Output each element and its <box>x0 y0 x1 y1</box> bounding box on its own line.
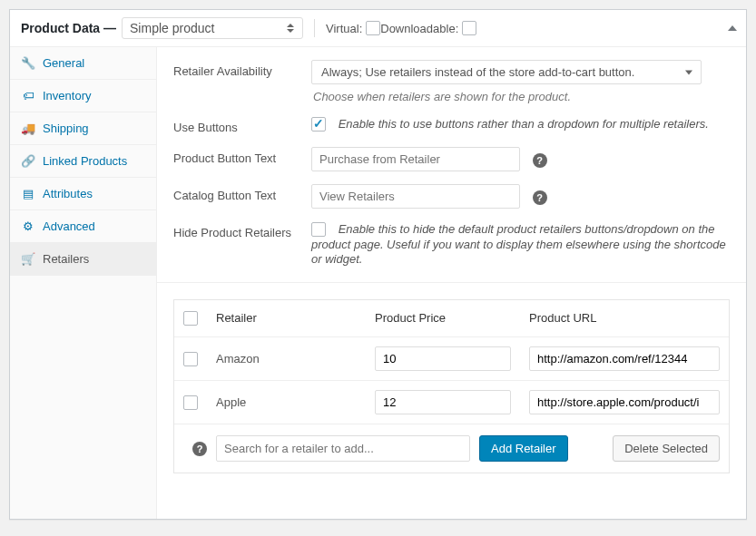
row-checkbox[interactable] <box>183 395 198 410</box>
col-price: Product Price <box>366 300 520 337</box>
cart-icon: 🛒 <box>21 252 35 266</box>
retailer-name: Amazon <box>207 337 366 381</box>
tag-icon: 🏷 <box>21 89 35 102</box>
gear-icon: ⚙ <box>21 219 35 233</box>
catalog-button-input[interactable] <box>311 184 520 209</box>
retailers-footer: ? Add Retailer Delete Selected <box>174 424 729 473</box>
help-icon[interactable]: ? <box>533 190 547 205</box>
url-input[interactable] <box>529 390 720 414</box>
table-row: Apple <box>174 381 729 424</box>
sidebar-item-label: Attributes <box>43 187 93 200</box>
sidebar-item-shipping[interactable]: 🚚 Shipping <box>10 112 156 145</box>
col-url: Product URL <box>520 300 729 337</box>
url-input[interactable] <box>529 346 720 371</box>
collapse-icon[interactable] <box>728 25 737 31</box>
link-icon: 🔗 <box>21 154 35 168</box>
divider <box>157 282 746 283</box>
retailer-name: Apple <box>207 381 366 424</box>
use-buttons-label: Use Buttons <box>173 116 311 134</box>
virtual-checkbox[interactable] <box>366 21 380 35</box>
hide-retailers-text: Enable this to hide the default product … <box>311 222 726 266</box>
use-buttons-text: Enable this to use buttons rather than a… <box>339 117 709 131</box>
product-button-input[interactable] <box>311 147 520 171</box>
sidebar-item-advanced[interactable]: ⚙ Advanced <box>10 210 156 243</box>
select-all-checkbox[interactable] <box>183 311 198 326</box>
help-icon[interactable]: ? <box>533 153 547 168</box>
add-retailer-button[interactable]: Add Retailer <box>479 435 568 462</box>
sidebar-item-attributes[interactable]: ▤ Attributes <box>10 178 156 210</box>
sidebar-item-label: General <box>43 56 84 70</box>
sidebar-item-general[interactable]: 🔧 General <box>10 47 156 80</box>
table-row: Amazon <box>174 337 729 381</box>
sidebar-item-label: Linked Products <box>43 154 127 168</box>
downloadable-checkbox[interactable] <box>462 21 476 35</box>
sidebar-item-label: Inventory <box>43 89 91 102</box>
retailer-search-input[interactable] <box>216 435 470 462</box>
price-input[interactable] <box>375 346 511 371</box>
col-retailer: Retailer <box>207 300 366 337</box>
sidebar: 🔧 General 🏷 Inventory 🚚 Shipping 🔗 Linke… <box>10 47 157 519</box>
availability-label: Retailer Availability <box>173 60 311 78</box>
sidebar-item-inventory[interactable]: 🏷 Inventory <box>10 80 156 112</box>
hide-retailers-checkbox[interactable] <box>311 222 326 237</box>
panel-title: Product Data — <box>21 21 116 35</box>
sidebar-item-linked-products[interactable]: 🔗 Linked Products <box>10 145 156 178</box>
availability-hint: Choose when retailers are shown for the … <box>311 90 730 103</box>
delete-selected-button[interactable]: Delete Selected <box>613 435 720 462</box>
truck-icon: 🚚 <box>21 122 35 135</box>
downloadable-label: Downloadable: <box>380 22 458 35</box>
retailers-table-box: Retailer Product Price Product URL Amazo… <box>173 299 730 474</box>
hide-retailers-label: Hide Product Retailers <box>173 221 311 239</box>
availability-select[interactable]: Always; Use retailers instead of the sto… <box>311 60 702 84</box>
separator <box>314 19 315 37</box>
product-data-panel: Product Data — Simple product Virtual: D… <box>9 9 747 520</box>
sidebar-item-label: Advanced <box>43 219 95 233</box>
catalog-button-label: Catalog Button Text <box>173 184 311 202</box>
sidebar-item-label: Retailers <box>43 252 89 266</box>
sidebar-item-retailers[interactable]: 🛒 Retailers <box>10 243 156 276</box>
product-type-select[interactable]: Simple product <box>122 17 303 39</box>
panel-header: Product Data — Simple product Virtual: D… <box>10 10 746 47</box>
wrench-icon: 🔧 <box>21 56 35 70</box>
content-area: Retailer Availability Always; Use retail… <box>157 47 746 519</box>
use-buttons-checkbox[interactable] <box>311 117 326 132</box>
product-button-label: Product Button Text <box>173 147 311 165</box>
sidebar-item-label: Shipping <box>43 122 89 135</box>
price-input[interactable] <box>375 390 511 414</box>
virtual-label: Virtual: <box>326 22 362 35</box>
list-icon: ▤ <box>21 187 35 200</box>
row-checkbox[interactable] <box>183 352 198 366</box>
help-icon[interactable]: ? <box>192 442 207 456</box>
